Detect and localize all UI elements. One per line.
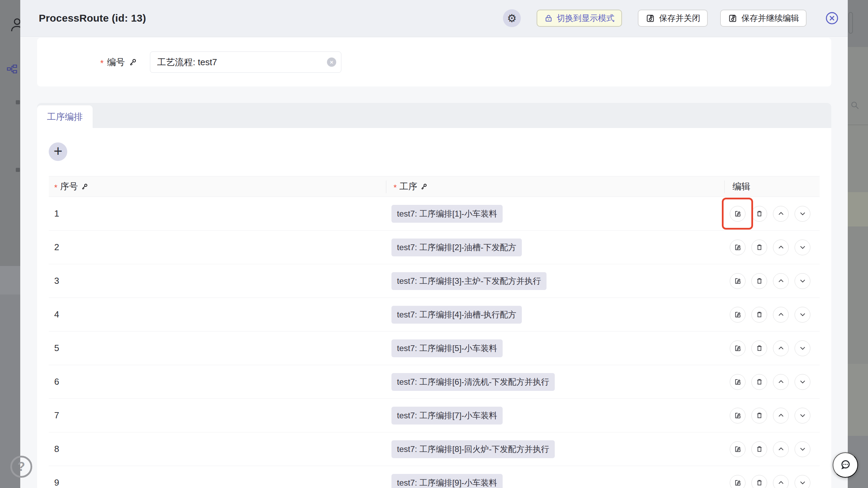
number-input[interactable]: 工艺流程: test7 × bbox=[150, 51, 341, 73]
row-process-cell: test7: 工序编排[9]-小车装料 bbox=[386, 474, 724, 488]
row-seq: 9 bbox=[49, 477, 386, 488]
table-row: 7 test7: 工序编排[7]-小车装料 bbox=[49, 399, 820, 432]
chat-support-button[interactable] bbox=[833, 452, 858, 478]
edit-row-button[interactable] bbox=[730, 408, 746, 423]
save-and-continue-button[interactable]: 保存并继续编辑 bbox=[720, 10, 807, 27]
number-form-card: * 编号 工艺流程: test7 × bbox=[37, 38, 831, 86]
move-down-button[interactable] bbox=[795, 408, 810, 423]
edit-icon bbox=[734, 210, 742, 218]
edit-button-wrap bbox=[730, 206, 746, 222]
chevron-down-icon bbox=[799, 277, 807, 285]
key-icon bbox=[128, 58, 137, 67]
process-tag[interactable]: test7: 工序编排[9]-小车装料 bbox=[391, 474, 503, 488]
move-up-button[interactable] bbox=[773, 240, 789, 255]
header-divider bbox=[386, 181, 386, 193]
dimmed-page-edge bbox=[848, 0, 868, 488]
close-modal-button[interactable] bbox=[824, 11, 840, 26]
row-seq: 3 bbox=[49, 276, 386, 286]
delete-row-button[interactable] bbox=[751, 441, 767, 457]
delete-row-button[interactable] bbox=[751, 475, 767, 488]
delete-row-button[interactable] bbox=[751, 307, 767, 323]
row-seq: 2 bbox=[49, 242, 386, 253]
row-actions bbox=[724, 273, 820, 289]
dimmed-block bbox=[848, 192, 868, 226]
delete-row-button[interactable] bbox=[751, 340, 767, 356]
chevron-down-icon bbox=[799, 479, 807, 487]
process-tag[interactable]: test7: 工序编排[8]-回火炉-下发配方并执行 bbox=[391, 440, 555, 458]
number-input-value: 工艺流程: test7 bbox=[157, 56, 217, 68]
move-up-button[interactable] bbox=[773, 340, 789, 356]
trash-icon bbox=[755, 411, 763, 419]
delete-row-button[interactable] bbox=[751, 240, 767, 255]
move-down-button[interactable] bbox=[795, 273, 810, 289]
edit-row-button[interactable] bbox=[730, 307, 746, 323]
chevron-up-icon bbox=[777, 378, 785, 386]
settings-button[interactable]: ⚙ bbox=[503, 9, 521, 27]
switch-display-mode-button[interactable]: 切换到显示模式 bbox=[537, 10, 622, 27]
row-process-cell: test7: 工序编排[7]-小车装料 bbox=[386, 407, 724, 425]
save-and-continue-label: 保存并继续编辑 bbox=[741, 13, 799, 24]
delete-row-button[interactable] bbox=[751, 273, 767, 289]
move-down-button[interactable] bbox=[795, 206, 810, 222]
process-tag[interactable]: test7: 工序编排[1]-小车装料 bbox=[391, 205, 503, 223]
delete-row-button[interactable] bbox=[751, 374, 767, 390]
tab-process-arrangement[interactable]: 工序编排 bbox=[37, 105, 93, 128]
move-up-button[interactable] bbox=[773, 408, 789, 423]
process-tag[interactable]: test7: 工序编排[6]-清洗机-下发配方并执行 bbox=[391, 373, 555, 391]
delete-row-button[interactable] bbox=[751, 206, 767, 222]
chevron-down-icon bbox=[799, 411, 807, 419]
process-tag[interactable]: test7: 工序编排[5]-小车装料 bbox=[391, 339, 503, 357]
move-down-button[interactable] bbox=[795, 307, 810, 323]
edit-row-button[interactable] bbox=[730, 374, 746, 390]
scrollbar-thumb[interactable] bbox=[848, 12, 853, 34]
edit-row-button[interactable] bbox=[730, 273, 746, 289]
process-arrangement-card: 工序编排 + * 序号 bbox=[37, 103, 831, 488]
modal-title: ProcessRoute (id: 13) bbox=[39, 12, 146, 24]
move-down-button[interactable] bbox=[795, 340, 810, 356]
move-down-button[interactable] bbox=[795, 374, 810, 390]
move-up-button[interactable] bbox=[773, 374, 789, 390]
move-down-button[interactable] bbox=[795, 240, 810, 255]
move-down-button[interactable] bbox=[795, 441, 810, 457]
add-row-button[interactable]: + bbox=[49, 142, 67, 161]
edit-icon bbox=[734, 479, 742, 487]
trash-icon bbox=[755, 344, 763, 352]
process-route-modal: ProcessRoute (id: 13) ⚙ 切换到显示模式 bbox=[20, 0, 848, 488]
delete-row-button[interactable] bbox=[751, 408, 767, 423]
edit-row-button[interactable] bbox=[730, 206, 746, 222]
move-down-button[interactable] bbox=[795, 475, 810, 488]
row-process-cell: test7: 工序编排[1]-小车装料 bbox=[386, 205, 724, 223]
chevron-up-icon bbox=[777, 344, 785, 352]
row-seq: 1 bbox=[49, 208, 386, 219]
number-field-label: 编号 bbox=[107, 56, 125, 68]
move-up-button[interactable] bbox=[773, 475, 789, 488]
process-tag[interactable]: test7: 工序编排[4]-油槽-执行配方 bbox=[391, 306, 522, 324]
process-tag[interactable]: test7: 工序编排[7]-小车装料 bbox=[391, 407, 503, 425]
row-actions bbox=[724, 475, 820, 488]
edit-row-button[interactable] bbox=[730, 475, 746, 488]
process-tag[interactable]: test7: 工序编排[3]-主炉-下发配方并执行 bbox=[391, 272, 547, 290]
edit-row-button[interactable] bbox=[730, 441, 746, 457]
row-actions bbox=[724, 206, 820, 222]
save-icon bbox=[728, 13, 738, 23]
edit-icon bbox=[734, 277, 742, 285]
row-seq: 4 bbox=[49, 309, 386, 320]
move-up-button[interactable] bbox=[773, 441, 789, 457]
move-up-button[interactable] bbox=[773, 307, 789, 323]
save-and-close-button[interactable]: 保存并关闭 bbox=[638, 10, 708, 27]
row-process-cell: test7: 工序编排[2]-油槽-下发配方 bbox=[386, 239, 724, 256]
chevron-down-icon bbox=[799, 344, 807, 352]
close-icon bbox=[825, 11, 839, 25]
dimmed-block bbox=[848, 125, 868, 192]
edit-row-button[interactable] bbox=[730, 240, 746, 255]
clear-input-button[interactable]: × bbox=[327, 58, 336, 67]
row-process-cell: test7: 工序编排[6]-清洗机-下发配方并执行 bbox=[386, 373, 724, 391]
edit-icon bbox=[734, 411, 742, 419]
help-button[interactable]: ? bbox=[10, 456, 32, 478]
question-mark-icon: ? bbox=[17, 460, 25, 474]
move-up-button[interactable] bbox=[773, 206, 789, 222]
move-up-button[interactable] bbox=[773, 273, 789, 289]
process-tag[interactable]: test7: 工序编排[2]-油槽-下发配方 bbox=[391, 239, 522, 256]
search-icon bbox=[851, 101, 859, 110]
edit-row-button[interactable] bbox=[730, 340, 746, 356]
